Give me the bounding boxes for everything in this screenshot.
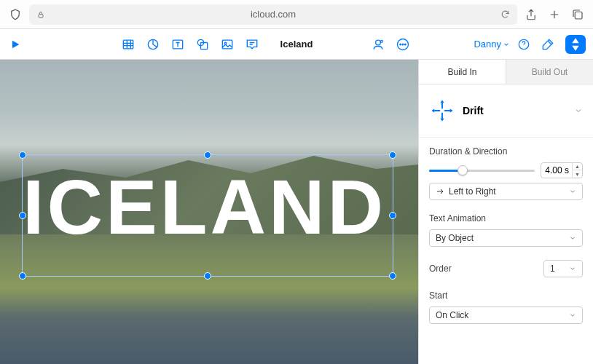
tabs-icon[interactable] <box>571 8 584 21</box>
text-selection[interactable]: ICELAND <box>22 154 393 277</box>
start-dropdown[interactable]: On Click <box>429 306 583 324</box>
slide-canvas[interactable]: ICELAND <box>0 60 418 364</box>
slide-title-text: ICELAND <box>23 155 393 245</box>
play-button[interactable] <box>7 36 23 52</box>
share-icon[interactable] <box>525 8 538 21</box>
svg-rect-7 <box>222 40 232 49</box>
start-label: Start <box>429 290 583 301</box>
lock-icon <box>36 10 45 19</box>
chevron-down-icon <box>569 312 576 319</box>
user-menu[interactable]: Danny <box>474 39 510 50</box>
order-dropdown[interactable]: 1 <box>543 260 583 277</box>
chart-icon[interactable] <box>145 36 161 52</box>
privacy-shield-icon[interactable] <box>9 8 22 21</box>
more-icon[interactable] <box>395 36 411 52</box>
resize-handle[interactable] <box>19 151 26 159</box>
resize-handle[interactable] <box>389 212 396 219</box>
direction-dropdown[interactable]: Left to Right <box>429 183 583 200</box>
text-icon[interactable] <box>170 36 186 52</box>
svg-rect-2 <box>123 40 133 49</box>
duration-slider[interactable] <box>429 170 535 172</box>
resize-handle[interactable] <box>204 272 211 280</box>
effect-expand[interactable] <box>574 106 583 115</box>
resize-handle[interactable] <box>389 272 396 280</box>
duration-stepper[interactable]: 4.00 s ▲▼ <box>541 162 583 178</box>
resize-handle[interactable] <box>389 151 396 159</box>
slider-thumb[interactable] <box>457 165 468 175</box>
svg-point-13 <box>402 44 404 45</box>
duration-label: Duration & Direction <box>429 146 583 157</box>
resize-handle[interactable] <box>204 151 211 159</box>
text-animation-label: Text Animation <box>429 213 583 223</box>
svg-rect-1 <box>575 12 582 19</box>
chevron-down-icon <box>569 265 576 272</box>
chevron-down-icon <box>569 234 576 242</box>
stepper-up[interactable]: ▲ <box>573 162 582 170</box>
shape-icon[interactable] <box>195 36 211 52</box>
resize-handle[interactable] <box>19 212 26 219</box>
svg-rect-0 <box>39 14 43 17</box>
image-icon[interactable] <box>219 36 235 52</box>
help-icon[interactable] <box>517 38 530 51</box>
tab-build-in[interactable]: Build In <box>419 60 506 84</box>
text-animation-dropdown[interactable]: By Object <box>429 229 583 247</box>
svg-point-14 <box>405 44 407 45</box>
new-tab-icon[interactable] <box>548 8 561 21</box>
resize-handle[interactable] <box>19 272 26 280</box>
drift-effect-icon <box>429 98 455 124</box>
chevron-down-icon <box>569 188 576 195</box>
table-icon[interactable] <box>120 36 136 52</box>
tab-build-out[interactable]: Build Out <box>506 60 593 84</box>
collaborate-icon[interactable] <box>370 36 386 52</box>
animation-inspector: Build In Build Out Drift Duration & Dire… <box>418 60 593 364</box>
svg-point-12 <box>400 44 401 45</box>
effect-name: Drift <box>463 105 567 116</box>
url-text: icloud.com <box>251 9 296 20</box>
order-label: Order <box>429 264 452 274</box>
address-bar[interactable]: icloud.com <box>29 4 517 25</box>
comment-icon[interactable] <box>244 36 260 52</box>
reload-icon[interactable] <box>500 9 510 19</box>
format-button[interactable] <box>538 35 558 54</box>
animate-button[interactable] <box>565 35 586 54</box>
svg-point-9 <box>376 40 381 45</box>
stepper-down[interactable]: ▼ <box>573 170 582 178</box>
